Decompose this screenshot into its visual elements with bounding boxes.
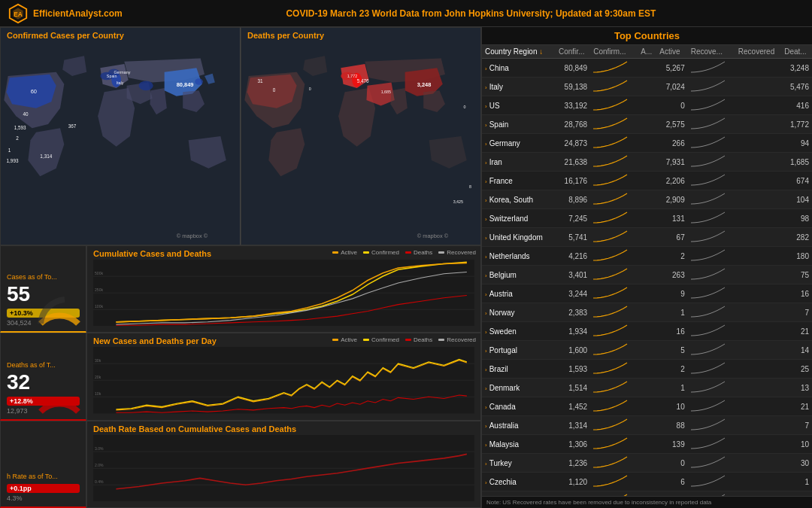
cell-a xyxy=(638,59,656,78)
cell-country: ›Czechia xyxy=(482,473,556,491)
cell-sparkline2 xyxy=(688,190,735,209)
cell-country: ›France xyxy=(482,172,556,190)
cell-sparkline2 xyxy=(688,228,735,247)
deaths-arc-chart xyxy=(33,367,86,419)
svg-text:3,425: 3,425 xyxy=(453,199,463,204)
cell-sparkline1 xyxy=(590,397,638,416)
svg-text:20k: 20k xyxy=(95,375,102,379)
svg-point-6 xyxy=(195,78,203,85)
table-row: ›United Kingdom 5,741 67 282 xyxy=(482,228,812,247)
sparkline-svg xyxy=(593,211,631,224)
svg-text:5,476: 5,476 xyxy=(357,78,369,84)
cell-sparkline2 xyxy=(688,341,735,360)
svg-text:0: 0 xyxy=(309,87,311,91)
cell-sparkline2 xyxy=(688,379,735,397)
sparkline2-svg xyxy=(691,211,729,224)
table-body: ›China 80,849 5,267 3,248 ›Italy 59,138 … xyxy=(482,59,812,497)
sparkline2-svg xyxy=(691,248,729,262)
cell-a xyxy=(638,284,656,303)
new-cases-chart-section: New Cases and Deaths per Day Active Conf… xyxy=(86,333,481,420)
deaths-map: Deaths per Country xyxy=(241,27,481,245)
table-row: ›Switzerland 7,245 131 98 xyxy=(482,209,812,228)
expand-icon[interactable]: › xyxy=(485,367,487,373)
table-row: ›Norway 2,383 1 7 xyxy=(482,303,812,322)
deathrate-stat-card: h Rate as of To... +0.1pp 4.3% xyxy=(0,421,86,508)
table-row: ›Iran 21,638 7,931 1,685 xyxy=(482,153,812,172)
expand-icon[interactable]: › xyxy=(485,479,487,486)
cell-active: 88 xyxy=(656,416,687,435)
cell-recovered xyxy=(735,228,781,247)
table-row: ›Spain 28,768 2,575 1,772 xyxy=(482,115,812,134)
cell-recovered xyxy=(735,153,781,172)
svg-text:2.0%: 2.0% xyxy=(95,462,104,467)
expand-icon[interactable]: › xyxy=(485,404,487,411)
cell-recovered xyxy=(735,473,781,491)
cell-country: ›United Kingdom xyxy=(482,228,556,247)
cell-deaths: 3,248 xyxy=(781,59,812,78)
cell-active: 6 xyxy=(656,473,687,491)
col-active: Active xyxy=(656,45,687,59)
table-row: ›China 80,849 5,267 3,248 xyxy=(482,59,812,78)
expand-icon[interactable]: › xyxy=(485,254,487,260)
cell-recovered xyxy=(735,134,781,153)
expand-icon[interactable]: › xyxy=(485,160,487,166)
expand-icon[interactable]: › xyxy=(485,272,487,279)
expand-icon[interactable]: › xyxy=(485,84,487,91)
cell-deaths: 1,772 xyxy=(781,115,812,134)
table-row: ›Brazil 1,593 2 25 xyxy=(482,360,812,379)
svg-text:© mapbox ©: © mapbox © xyxy=(177,233,208,239)
expand-icon[interactable]: › xyxy=(485,348,487,354)
expand-icon[interactable]: › xyxy=(485,310,487,317)
svg-text:1,772: 1,772 xyxy=(347,74,357,78)
cell-country: ›Denmark xyxy=(482,379,556,397)
svg-text:100k: 100k xyxy=(95,304,103,309)
cell-c1: 1,306 xyxy=(556,435,590,454)
cell-a xyxy=(638,190,656,209)
expand-icon[interactable]: › xyxy=(485,423,487,430)
cell-country: ›Sweden xyxy=(482,322,556,341)
expand-icon[interactable]: › xyxy=(485,235,487,242)
expand-icon[interactable]: › xyxy=(485,197,487,204)
expand-icon[interactable]: › xyxy=(485,329,487,336)
svg-text:10k: 10k xyxy=(95,391,102,396)
expand-icon[interactable]: › xyxy=(485,65,487,72)
cell-sparkline1 xyxy=(590,247,638,266)
cell-a xyxy=(638,435,656,454)
svg-text:1,314: 1,314 xyxy=(40,154,52,159)
table-row: ›Malaysia 1,306 139 10 xyxy=(482,435,812,454)
cell-country: ›Iran xyxy=(482,153,556,172)
cell-recovered xyxy=(735,78,781,96)
svg-text:31: 31 xyxy=(257,78,263,84)
expand-icon[interactable]: › xyxy=(485,291,487,298)
table-container[interactable]: Country Region ↓ Confir... Confirm... A.… xyxy=(482,45,812,496)
expand-icon[interactable]: › xyxy=(485,122,487,129)
cell-sparkline1 xyxy=(590,435,638,454)
svg-text:1,993: 1,993 xyxy=(7,158,19,163)
cell-sparkline1 xyxy=(590,473,638,491)
cases-stat-card: Cases as of To... 55 +10.3% 304,524 xyxy=(0,245,86,333)
svg-text:3,248: 3,248 xyxy=(417,81,432,88)
expand-icon[interactable]: › xyxy=(485,442,487,449)
cell-recovered xyxy=(735,209,781,228)
table-row: ›Austria 3,244 9 16 xyxy=(482,284,812,303)
cell-active: 2 xyxy=(656,247,687,266)
expand-icon[interactable]: › xyxy=(485,385,487,392)
sparkline-svg xyxy=(593,286,631,300)
cell-c1: 1,600 xyxy=(556,341,590,360)
expand-icon[interactable]: › xyxy=(485,103,487,110)
cell-a xyxy=(638,96,656,115)
table-row: ›Korea, South 8,896 2,909 104 xyxy=(482,190,812,209)
cell-c1: 1,514 xyxy=(556,379,590,397)
expand-icon[interactable]: › xyxy=(485,216,487,223)
table-row: ›Belgium 3,401 263 75 xyxy=(482,266,812,284)
cell-sparkline1 xyxy=(590,190,638,209)
sparkline-svg xyxy=(593,380,631,394)
expand-icon[interactable]: › xyxy=(485,141,487,148)
expand-icon[interactable]: › xyxy=(485,461,487,467)
sparkline-svg xyxy=(593,192,631,205)
cell-deaths: 25 xyxy=(781,360,812,379)
cell-sparkline2 xyxy=(688,435,735,454)
table-row: ›Portugal 1,600 5 14 xyxy=(482,341,812,360)
expand-icon[interactable]: › xyxy=(485,178,487,185)
svg-text:40: 40 xyxy=(23,111,29,117)
